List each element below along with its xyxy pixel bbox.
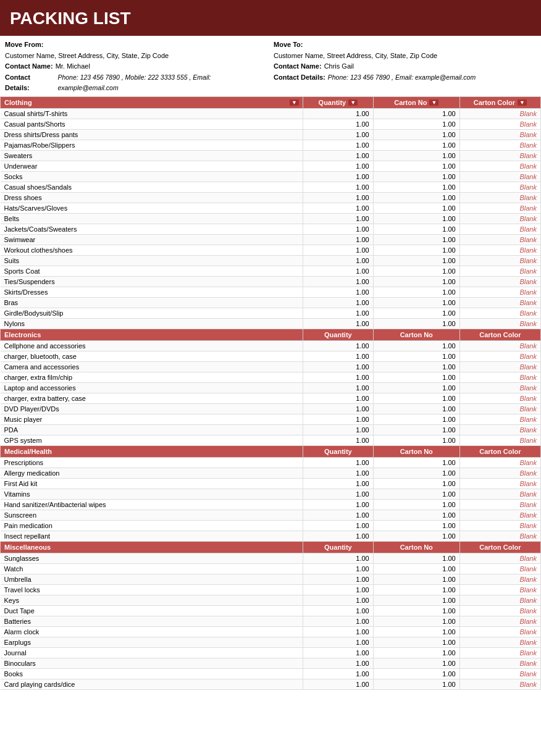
- item-quantity[interactable]: 1.00: [303, 129, 374, 140]
- item-quantity[interactable]: 1.00: [303, 108, 374, 119]
- item-carton-no[interactable]: 1.00: [373, 626, 459, 637]
- item-quantity[interactable]: 1.00: [303, 403, 374, 414]
- item-carton-no[interactable]: 1.00: [373, 393, 459, 403]
- item-carton-no[interactable]: 1.00: [373, 318, 459, 329]
- item-carton-color[interactable]: Blank: [459, 150, 540, 161]
- item-carton-color[interactable]: Blank: [459, 626, 540, 637]
- item-quantity[interactable]: 1.00: [303, 605, 374, 616]
- item-carton-no[interactable]: 1.00: [373, 266, 459, 276]
- item-carton-no[interactable]: 1.00: [373, 297, 459, 308]
- item-quantity[interactable]: 1.00: [303, 340, 374, 351]
- item-quantity[interactable]: 1.00: [303, 647, 374, 658]
- item-quantity[interactable]: 1.00: [303, 192, 374, 203]
- item-carton-color[interactable]: Blank: [459, 297, 540, 308]
- item-carton-color[interactable]: Blank: [459, 435, 540, 445]
- item-carton-no[interactable]: 1.00: [373, 499, 459, 510]
- item-quantity[interactable]: 1.00: [303, 372, 374, 382]
- item-carton-no[interactable]: 1.00: [373, 203, 459, 213]
- item-quantity[interactable]: 1.00: [303, 203, 374, 213]
- item-carton-no[interactable]: 1.00: [373, 276, 459, 287]
- item-quantity[interactable]: 1.00: [303, 424, 374, 435]
- category-dropdown-arrow[interactable]: ▼: [290, 99, 299, 106]
- item-carton-no[interactable]: 1.00: [373, 340, 459, 351]
- item-carton-color[interactable]: Blank: [459, 393, 540, 403]
- item-carton-no[interactable]: 1.00: [373, 668, 459, 679]
- item-carton-color[interactable]: Blank: [459, 318, 540, 329]
- item-carton-color[interactable]: Blank: [459, 266, 540, 276]
- item-quantity[interactable]: 1.00: [303, 414, 374, 424]
- item-quantity[interactable]: 1.00: [303, 393, 374, 403]
- item-quantity[interactable]: 1.00: [303, 616, 374, 626]
- item-carton-color[interactable]: Blank: [459, 553, 540, 563]
- item-quantity[interactable]: 1.00: [303, 489, 374, 499]
- item-quantity[interactable]: 1.00: [303, 171, 374, 182]
- item-carton-no[interactable]: 1.00: [373, 255, 459, 266]
- item-carton-no[interactable]: 1.00: [373, 658, 459, 668]
- item-carton-no[interactable]: 1.00: [373, 553, 459, 563]
- item-carton-no[interactable]: 1.00: [373, 171, 459, 182]
- item-carton-no[interactable]: 1.00: [373, 605, 459, 616]
- item-carton-color[interactable]: Blank: [459, 499, 540, 510]
- item-carton-no[interactable]: 1.00: [373, 478, 459, 489]
- item-quantity[interactable]: 1.00: [303, 266, 374, 276]
- item-carton-color[interactable]: Blank: [459, 108, 540, 119]
- item-carton-no[interactable]: 1.00: [373, 382, 459, 393]
- item-carton-color[interactable]: Blank: [459, 668, 540, 679]
- item-carton-color[interactable]: Blank: [459, 595, 540, 605]
- item-quantity[interactable]: 1.00: [303, 574, 374, 584]
- item-carton-color[interactable]: Blank: [459, 382, 540, 393]
- item-carton-color[interactable]: Blank: [459, 414, 540, 424]
- item-quantity[interactable]: 1.00: [303, 361, 374, 372]
- item-quantity[interactable]: 1.00: [303, 468, 374, 478]
- item-carton-no[interactable]: 1.00: [373, 435, 459, 445]
- item-quantity[interactable]: 1.00: [303, 563, 374, 574]
- item-carton-no[interactable]: 1.00: [373, 679, 459, 689]
- item-carton-color[interactable]: Blank: [459, 182, 540, 192]
- item-carton-no[interactable]: 1.00: [373, 140, 459, 150]
- item-carton-color[interactable]: Blank: [459, 574, 540, 584]
- item-carton-color[interactable]: Blank: [459, 161, 540, 171]
- item-carton-color[interactable]: Blank: [459, 129, 540, 140]
- item-carton-color[interactable]: Blank: [459, 637, 540, 647]
- item-quantity[interactable]: 1.00: [303, 287, 374, 297]
- item-quantity[interactable]: 1.00: [303, 595, 374, 605]
- item-quantity[interactable]: 1.00: [303, 140, 374, 150]
- item-carton-no[interactable]: 1.00: [373, 468, 459, 478]
- carton-dropdown-arrow[interactable]: ▼: [429, 99, 438, 106]
- item-carton-no[interactable]: 1.00: [373, 245, 459, 255]
- item-carton-no[interactable]: 1.00: [373, 563, 459, 574]
- item-carton-color[interactable]: Blank: [459, 478, 540, 489]
- item-carton-color[interactable]: Blank: [459, 584, 540, 595]
- item-carton-color[interactable]: Blank: [459, 468, 540, 478]
- item-quantity[interactable]: 1.00: [303, 499, 374, 510]
- item-quantity[interactable]: 1.00: [303, 478, 374, 489]
- item-carton-color[interactable]: Blank: [459, 457, 540, 468]
- item-quantity[interactable]: 1.00: [303, 182, 374, 192]
- item-quantity[interactable]: 1.00: [303, 510, 374, 520]
- item-carton-no[interactable]: 1.00: [373, 287, 459, 297]
- item-quantity[interactable]: 1.00: [303, 584, 374, 595]
- item-carton-no[interactable]: 1.00: [373, 414, 459, 424]
- item-quantity[interactable]: 1.00: [303, 234, 374, 245]
- item-carton-color[interactable]: Blank: [459, 192, 540, 203]
- item-quantity[interactable]: 1.00: [303, 382, 374, 393]
- item-carton-no[interactable]: 1.00: [373, 150, 459, 161]
- item-quantity[interactable]: 1.00: [303, 245, 374, 255]
- item-carton-color[interactable]: Blank: [459, 531, 540, 541]
- item-carton-no[interactable]: 1.00: [373, 361, 459, 372]
- item-carton-color[interactable]: Blank: [459, 255, 540, 266]
- item-carton-color[interactable]: Blank: [459, 424, 540, 435]
- item-quantity[interactable]: 1.00: [303, 276, 374, 287]
- item-carton-no[interactable]: 1.00: [373, 119, 459, 129]
- item-carton-no[interactable]: 1.00: [373, 213, 459, 224]
- color-dropdown-arrow[interactable]: ▼: [518, 99, 527, 106]
- item-quantity[interactable]: 1.00: [303, 351, 374, 361]
- item-quantity[interactable]: 1.00: [303, 150, 374, 161]
- item-carton-no[interactable]: 1.00: [373, 595, 459, 605]
- item-carton-no[interactable]: 1.00: [373, 234, 459, 245]
- item-carton-no[interactable]: 1.00: [373, 616, 459, 626]
- item-quantity[interactable]: 1.00: [303, 520, 374, 531]
- item-carton-color[interactable]: Blank: [459, 372, 540, 382]
- item-carton-color[interactable]: Blank: [459, 616, 540, 626]
- item-carton-no[interactable]: 1.00: [373, 351, 459, 361]
